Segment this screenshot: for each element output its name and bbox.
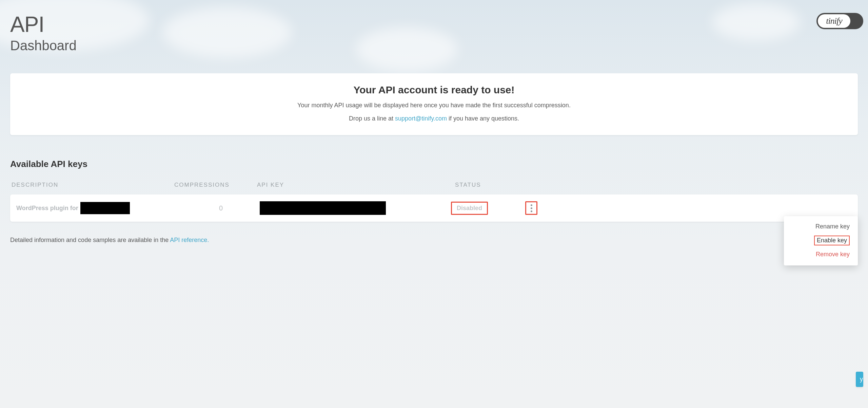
- redacted-description: [80, 202, 130, 214]
- row-description: WordPress plugin for: [16, 202, 176, 214]
- row-status-cell: Disabled: [443, 201, 852, 215]
- redacted-api-key: [260, 201, 386, 215]
- add-api-key-button[interactable]: y: [856, 372, 863, 387]
- footer-text: Detailed information and code samples ar…: [10, 237, 858, 244]
- notice-line-1: Your monthly API usage will be displayed…: [24, 102, 844, 109]
- api-reference-link[interactable]: API reference.: [170, 237, 209, 243]
- status-badge: Disabled: [451, 202, 488, 215]
- menu-remove-key[interactable]: Remove key: [784, 248, 858, 261]
- th-description: DESCRIPTION: [12, 182, 174, 188]
- notice-line-2-post: if you have any questions.: [447, 115, 519, 122]
- page-title: API Dashboard: [10, 14, 858, 53]
- row-api-key: [260, 201, 443, 215]
- menu-rename-key[interactable]: Rename key: [784, 220, 858, 233]
- tinify-logo-text: tinify: [826, 16, 842, 26]
- menu-enable-key-text: Enable key: [814, 236, 850, 245]
- notice-card: Your API account is ready to use! Your m…: [10, 73, 858, 135]
- row-description-text: WordPress plugin for: [16, 205, 78, 212]
- tinify-logo-toggle[interactable]: tinify: [816, 13, 863, 29]
- notice-title: Your API account is ready to use!: [24, 84, 844, 96]
- table-header-row: DESCRIPTION COMPRESSIONS API KEY STATUS: [10, 182, 858, 194]
- section-title: Available API keys: [10, 159, 858, 169]
- th-status: STATUS: [445, 182, 856, 188]
- notice-line-2-pre: Drop us a line at: [349, 115, 395, 122]
- kebab-icon: [531, 204, 532, 212]
- th-compressions: COMPRESSIONS: [174, 182, 257, 188]
- page-title-line1: API: [10, 14, 858, 35]
- notice-line-2: Drop us a line at support@tinify.com if …: [24, 115, 844, 122]
- tinify-logo: tinify: [818, 14, 850, 28]
- th-api-key: API KEY: [257, 182, 445, 188]
- footer-text-pre: Detailed information and code samples ar…: [10, 237, 170, 243]
- support-email-link[interactable]: support@tinify.com: [395, 115, 447, 122]
- table-row: WordPress plugin for 0 Disabled Rename k…: [10, 194, 858, 222]
- row-actions-dropdown: Rename key Enable key Remove key: [784, 216, 858, 265]
- row-compressions: 0: [176, 204, 260, 212]
- menu-enable-key[interactable]: Enable key: [784, 233, 858, 248]
- page-title-line2: Dashboard: [10, 38, 858, 53]
- row-actions-menu-button[interactable]: [525, 201, 537, 215]
- api-keys-table: DESCRIPTION COMPRESSIONS API KEY STATUS …: [10, 182, 858, 222]
